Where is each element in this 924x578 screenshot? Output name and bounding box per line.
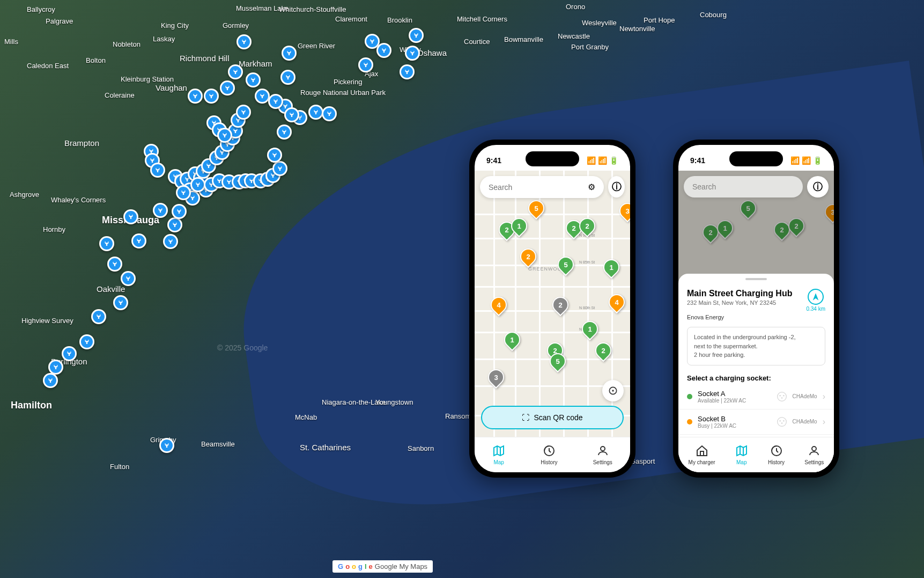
charging-station-pin[interactable] xyxy=(282,46,297,61)
charging-station-pin[interactable] xyxy=(268,94,283,109)
search-bar[interactable] xyxy=(684,176,803,197)
charger-pin[interactable]: 2 xyxy=(552,297,570,318)
status-time: 9:41 xyxy=(486,156,501,165)
search-bar[interactable]: ⚙ xyxy=(480,176,604,198)
navigate-button[interactable] xyxy=(808,289,824,305)
street xyxy=(475,214,630,215)
charging-station-pin[interactable] xyxy=(167,217,182,232)
station-info-box: Located in the underground parking -2,ne… xyxy=(687,327,825,365)
charging-station-pin[interactable] xyxy=(79,334,94,349)
charging-station-pin[interactable] xyxy=(131,233,146,248)
charging-station-pin[interactable] xyxy=(280,70,295,85)
search-input[interactable] xyxy=(692,182,794,191)
nav-settings[interactable]: Settings xyxy=(804,444,824,465)
charger-pin[interactable]: 1 xyxy=(582,321,599,342)
wifi-icon: 📶 xyxy=(598,156,607,165)
charging-station-pin[interactable] xyxy=(236,105,251,120)
charging-station-pin[interactable] xyxy=(267,148,282,163)
search-input[interactable] xyxy=(489,183,582,192)
street-label: N 80th St xyxy=(579,306,595,310)
info-button[interactable]: ⓘ xyxy=(807,176,829,197)
scan-label: Scan QR code xyxy=(534,413,582,422)
charger-pin[interactable]: 2 xyxy=(774,222,791,243)
charger-pin[interactable]: 5 xyxy=(740,200,757,222)
charging-station-pin[interactable] xyxy=(159,438,174,453)
charger-pin[interactable]: 1 xyxy=(603,259,620,281)
charger-pin[interactable]: 2 xyxy=(579,218,596,239)
charger-pin[interactable]: 3 xyxy=(619,203,630,224)
charging-station-pin[interactable] xyxy=(176,185,191,200)
charger-pin[interactable]: 5 xyxy=(528,200,545,222)
charging-station-pin[interactable] xyxy=(188,89,203,104)
charging-station-pin[interactable] xyxy=(277,125,292,140)
charger-pin[interactable]: 2 xyxy=(703,224,720,246)
charging-station-pin[interactable] xyxy=(405,46,420,61)
socket-row[interactable]: Socket BBusy | 22kW ACCHAdeMo› xyxy=(678,409,834,435)
charging-station-pin[interactable] xyxy=(91,309,106,324)
filter-icon[interactable]: ⚙ xyxy=(588,182,595,192)
charging-station-pin[interactable] xyxy=(322,106,337,121)
charging-station-pin[interactable] xyxy=(409,28,424,43)
svg-point-6 xyxy=(783,395,785,397)
charging-station-pin[interactable] xyxy=(150,163,165,178)
charging-station-pin[interactable] xyxy=(217,128,232,143)
charging-station-pin[interactable] xyxy=(308,105,323,120)
charging-station-pin[interactable] xyxy=(153,203,168,218)
charging-station-pin[interactable] xyxy=(43,373,58,388)
charger-pin[interactable]: 4 xyxy=(491,297,508,318)
charging-station-pin[interactable] xyxy=(163,234,178,249)
charger-pin[interactable]: 2 xyxy=(520,248,537,270)
charger-pin[interactable]: 5 xyxy=(558,257,575,278)
charging-station-pin[interactable] xyxy=(284,107,299,122)
info-button[interactable]: ⓘ xyxy=(608,176,625,197)
nav-history[interactable]: History xyxy=(768,444,785,465)
charging-station-pin[interactable] xyxy=(190,177,205,192)
charger-pin[interactable]: 5 xyxy=(550,353,567,375)
charger-pin[interactable]: 4 xyxy=(609,294,626,316)
charging-station-pin[interactable] xyxy=(62,346,77,361)
charging-station-pin[interactable] xyxy=(121,271,136,286)
charging-station-pin[interactable] xyxy=(220,81,235,96)
charging-station-pin[interactable] xyxy=(376,43,391,58)
charger-pin[interactable]: 3 xyxy=(488,369,505,391)
socket-type: CHAdeMo xyxy=(793,419,817,425)
charger-pin[interactable]: 2 xyxy=(788,218,805,239)
nav-history[interactable]: History xyxy=(541,444,557,465)
charging-station-pin[interactable] xyxy=(228,64,243,79)
station-address: 232 Main St, New York, NY 23245 xyxy=(687,299,792,306)
socket-row[interactable]: Socket AAvailable | 22kW ACCHAdeMo› xyxy=(678,384,834,409)
phone-left: 9:41 📶 📶 🔋 N 90th StN 85th StN 80th StN … xyxy=(469,140,635,478)
charging-station-pin[interactable] xyxy=(48,360,63,375)
nav-home[interactable]: My charger xyxy=(689,444,715,465)
charging-station-pin[interactable] xyxy=(358,57,373,72)
history-icon xyxy=(543,444,556,458)
sheet-handle[interactable] xyxy=(745,278,767,280)
nav-map[interactable]: Map xyxy=(735,444,748,465)
charging-station-pin[interactable] xyxy=(400,64,415,79)
app-map[interactable]: N 90th StN 85th StN 80th StN 77th StN 73… xyxy=(475,171,630,437)
charging-station-pin[interactable] xyxy=(255,89,270,104)
connector-icon xyxy=(777,391,787,402)
charger-pin[interactable]: 1 xyxy=(511,218,528,239)
charging-station-pin[interactable] xyxy=(172,204,187,219)
nav-settings[interactable]: Settings xyxy=(593,444,612,465)
charger-pin[interactable]: 1 xyxy=(717,220,734,242)
charging-station-pin[interactable] xyxy=(204,89,219,104)
my-maps-badge: Google Google My Maps xyxy=(332,560,433,573)
nav-map[interactable]: Map xyxy=(492,444,505,465)
map-icon xyxy=(735,444,748,458)
charger-pin[interactable]: 3 xyxy=(825,204,834,225)
crosshair-icon xyxy=(608,385,618,396)
charger-pin[interactable]: 1 xyxy=(504,332,521,353)
charging-station-pin[interactable] xyxy=(113,295,128,310)
locate-button[interactable] xyxy=(602,380,624,401)
svg-point-8 xyxy=(777,417,786,426)
charging-station-pin[interactable] xyxy=(123,209,138,224)
charger-pin[interactable]: 2 xyxy=(595,342,612,364)
charging-station-pin[interactable] xyxy=(272,161,287,176)
scan-qr-button[interactable]: ⛶ Scan QR code xyxy=(481,406,624,429)
charging-station-pin[interactable] xyxy=(99,236,114,251)
charging-station-pin[interactable] xyxy=(107,257,122,272)
charging-station-pin[interactable] xyxy=(246,72,261,87)
charging-station-pin[interactable] xyxy=(236,34,252,49)
